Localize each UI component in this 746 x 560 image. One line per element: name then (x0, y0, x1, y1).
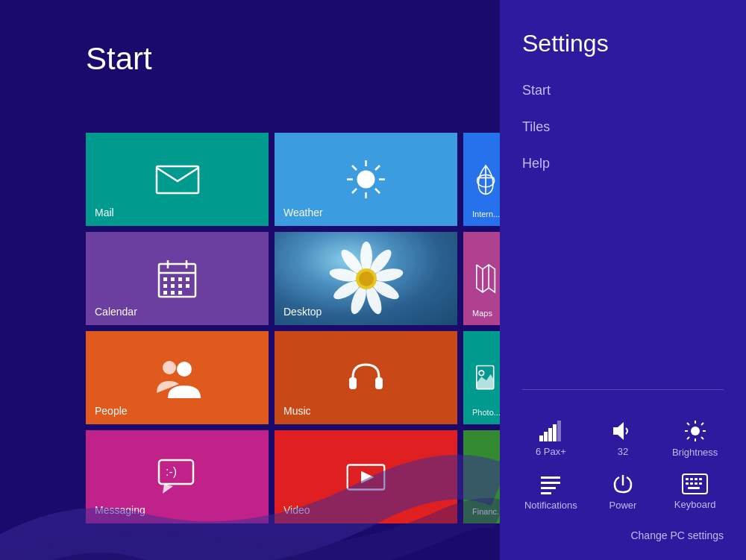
volume-item[interactable]: 32 (593, 421, 653, 457)
svg-rect-52 (544, 432, 548, 441)
music-icon (345, 357, 386, 398)
icons-row-2: Notifications Power (515, 465, 731, 518)
settings-item-start[interactable]: Start (522, 72, 724, 109)
svg-rect-80 (688, 487, 700, 489)
music-label: Music (283, 405, 311, 417)
volume-label: 32 (618, 446, 628, 457)
svg-rect-74 (695, 478, 698, 480)
svg-rect-53 (548, 428, 552, 441)
svg-rect-77 (690, 482, 693, 485)
icons-row-1: 6 Pax+ 32 (515, 412, 731, 465)
svg-line-63 (701, 437, 703, 439)
svg-rect-69 (541, 492, 551, 494)
settings-item-tiles[interactable]: Tiles (522, 109, 724, 145)
mail-icon (155, 165, 200, 195)
svg-rect-67 (541, 482, 560, 484)
svg-rect-25 (163, 291, 167, 295)
settings-panel: Settings Start Tiles Help 6 Pax+ (500, 0, 746, 560)
photos-label: Photo... (472, 408, 501, 417)
messaging-label: Messaging (95, 504, 145, 516)
svg-rect-27 (178, 291, 182, 295)
tile-video[interactable]: Video (275, 430, 457, 523)
volume-icon (612, 421, 634, 441)
weather-icon (345, 159, 386, 200)
svg-marker-50 (361, 471, 374, 483)
keyboard-item[interactable]: Keyboard (665, 474, 725, 510)
svg-rect-73 (690, 478, 693, 480)
svg-rect-78 (695, 482, 698, 485)
tiles-grid: Mail Weather (86, 133, 508, 523)
svg-rect-55 (557, 421, 561, 441)
svg-point-57 (691, 427, 700, 435)
svg-line-7 (375, 189, 380, 193)
svg-rect-20 (186, 277, 189, 281)
calendar-label: Calendar (95, 306, 137, 318)
notifications-icon (539, 473, 562, 495)
keyboard-icon (682, 474, 708, 494)
svg-rect-76 (686, 482, 689, 485)
desktop-flower-icon (325, 238, 407, 320)
svg-rect-21 (163, 284, 167, 288)
svg-rect-23 (178, 284, 182, 288)
tile-mail[interactable]: Mail (86, 133, 269, 226)
people-icon (153, 357, 201, 398)
power-icon (612, 473, 634, 495)
desktop-label: Desktop (283, 306, 322, 318)
svg-rect-22 (171, 284, 175, 288)
calendar-icon (157, 258, 198, 299)
people-label: People (95, 405, 128, 417)
brightness-icon (684, 420, 706, 442)
settings-item-help[interactable]: Help (522, 145, 724, 182)
svg-rect-72 (686, 478, 689, 480)
signal-icon (539, 421, 562, 441)
internet-label: Intern... (472, 210, 500, 218)
svg-line-6 (352, 166, 357, 170)
tile-desktop[interactable]: Desktop (275, 232, 457, 325)
svg-rect-17 (163, 277, 167, 281)
tile-music[interactable]: Music (275, 331, 457, 424)
maps-icon (473, 262, 499, 295)
settings-menu: Start Tiles Help (500, 72, 746, 374)
change-pc-settings[interactable]: Change PC settings (500, 518, 746, 560)
settings-title: Settings (500, 0, 746, 72)
power-item[interactable]: Power (593, 473, 653, 511)
brightness-item[interactable]: Brightness (665, 420, 725, 458)
svg-rect-44 (375, 377, 383, 389)
notifications-label: Notifications (524, 500, 577, 511)
maps-label: Maps (472, 309, 492, 318)
svg-rect-26 (171, 291, 175, 295)
svg-rect-66 (541, 476, 560, 479)
svg-point-28 (360, 242, 372, 271)
weather-label: Weather (283, 207, 323, 218)
notifications-item[interactable]: Notifications (521, 473, 580, 511)
svg-point-46 (479, 371, 484, 376)
video-icon (345, 462, 386, 492)
brightness-label: Brightness (672, 447, 718, 458)
tile-calendar[interactable]: Calendar (86, 232, 269, 325)
signal-item[interactable]: 6 Pax+ (521, 421, 580, 457)
svg-rect-24 (186, 284, 189, 288)
svg-line-62 (687, 423, 689, 425)
svg-line-64 (701, 423, 703, 425)
svg-line-9 (352, 189, 357, 193)
start-title: Start (86, 41, 152, 77)
video-label: Video (283, 504, 310, 516)
svg-line-65 (687, 437, 689, 439)
svg-line-8 (375, 166, 380, 170)
tile-people[interactable]: People (86, 331, 269, 424)
svg-rect-51 (539, 435, 543, 441)
svg-point-41 (163, 361, 176, 374)
svg-point-1 (357, 171, 375, 189)
signal-label: 6 Pax+ (536, 446, 566, 457)
tile-weather[interactable]: Weather (275, 133, 457, 226)
svg-rect-68 (541, 487, 556, 489)
svg-rect-19 (178, 277, 182, 281)
internet-icon (473, 163, 499, 196)
start-panel: Start Mail Weather (0, 0, 500, 560)
mail-label: Mail (95, 207, 114, 218)
settings-divider (522, 389, 724, 390)
finance-label: Financ... (472, 507, 504, 516)
tile-messaging[interactable]: :-) Messaging (86, 430, 269, 523)
settings-icons: 6 Pax+ 32 (500, 405, 746, 518)
power-label: Power (609, 500, 637, 511)
